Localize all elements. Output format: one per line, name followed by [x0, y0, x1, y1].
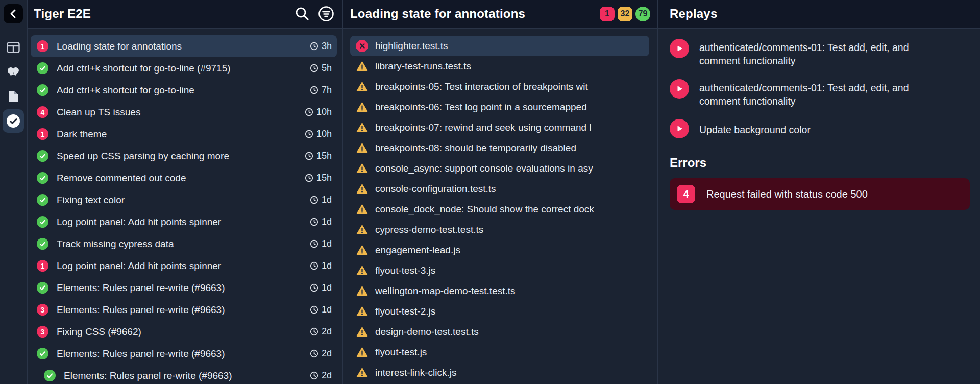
task-time-value: 1d [322, 217, 332, 227]
task-time: 1d [310, 260, 332, 271]
task-time-value: 2d [322, 370, 332, 381]
clock-icon [310, 86, 318, 94]
pass-check-icon [37, 62, 48, 74]
test-row[interactable]: flyout-test.js [350, 342, 649, 363]
test-row[interactable]: wellington-map-demo-test.test.ts [350, 281, 649, 301]
play-icon [670, 39, 689, 58]
task-time-value: 2d [322, 326, 332, 337]
task-time: 3h [310, 41, 332, 52]
replay-item[interactable]: authenticated/comments-01: Test add, edi… [670, 79, 970, 108]
test-label: interest-link-click.js [375, 367, 644, 378]
task-row[interactable]: Elements: Rules panel re-write (#9663) 2… [31, 365, 337, 384]
test-row[interactable]: design-demo-test.test.ts [350, 322, 649, 342]
task-row[interactable]: 4 Clean up TS issues 10h [31, 101, 337, 123]
replays-body: authenticated/comments-01: Test add, edi… [658, 29, 980, 384]
rail-item-tests[interactable] [3, 109, 24, 133]
test-row[interactable]: interest-link-click.js [350, 363, 649, 383]
test-row[interactable]: flyout-test-3.js [350, 260, 649, 281]
clock-icon [305, 108, 313, 116]
task-time-value: 2d [322, 348, 332, 359]
check-circle-icon [6, 113, 21, 129]
task-time: 1d [310, 304, 332, 315]
task-row[interactable]: Elements: Rules panel re-write (#9663) 2… [31, 343, 337, 365]
task-time-value: 3h [322, 41, 332, 52]
error-count-badge: 1 [37, 260, 48, 272]
task-label: Remove commented out code [57, 173, 299, 184]
task-label: Track missing cypress data [57, 238, 304, 250]
warning-triangle-icon [356, 306, 368, 318]
test-label: console-configuration.test.ts [375, 183, 644, 195]
task-label: Fixing CSS (#9662) [57, 326, 304, 338]
error-count-badge: 1 [37, 128, 48, 140]
task-row[interactable]: 1 Loading state for annotations 3h [31, 35, 337, 57]
test-row[interactable]: breakpoints-06: Test log point in a sour… [350, 97, 649, 117]
task-list: 1 Loading state for annotations 3h Add c… [28, 29, 342, 384]
task-label: Clean up TS issues [57, 107, 299, 118]
task-row[interactable]: Remove commented out code 15h [31, 167, 337, 189]
task-row[interactable]: Speed up CSS parsing by caching more 15h [31, 145, 337, 167]
test-row[interactable]: engagement-lead.js [350, 240, 649, 260]
task-time: 2d [310, 348, 332, 359]
task-time: 1d [310, 195, 332, 205]
task-row[interactable]: Add ctrl+k shortcut for go-to-line (#971… [31, 57, 337, 79]
pass-check-icon [37, 84, 48, 96]
task-label: Add ctrl+k shortcut for go-to-line [57, 85, 304, 96]
warning-triangle-icon [356, 183, 368, 195]
clock-icon [310, 371, 318, 380]
play-icon [670, 119, 689, 138]
task-label: Add ctrl+k shortcut for go-to-line (#971… [57, 63, 304, 74]
replay-item[interactable]: authenticated/comments-01: Test add, edi… [670, 39, 970, 68]
test-row[interactable]: console_dock_node: Should show the corre… [350, 199, 649, 220]
pass-check-icon [37, 194, 48, 206]
test-label: breakpoints-06: Test log point in a sour… [375, 102, 644, 113]
replay-item[interactable]: Update background color [670, 119, 970, 138]
task-time: 2d [310, 370, 332, 381]
rail-item-layout[interactable] [3, 36, 24, 59]
task-row[interactable]: Fixing text color 1d [31, 189, 337, 211]
task-time: 15h [305, 151, 332, 161]
error-banner[interactable]: 4 Request failed with status code 500 [670, 178, 970, 210]
clock-icon [305, 152, 313, 160]
task-row[interactable]: 3 Fixing CSS (#9662) 2d [31, 321, 337, 343]
test-row[interactable]: library-test-runs.test.ts [350, 56, 649, 77]
task-row[interactable]: Log point panel: Add hit points spinner … [31, 211, 337, 233]
test-row[interactable]: breakpoints-05: Test interaction of brea… [350, 77, 649, 97]
test-row[interactable]: highlighter.test.ts [350, 36, 649, 56]
task-label: Loading state for annotations [57, 41, 304, 52]
rail-item-docs[interactable] [3, 85, 24, 108]
test-row[interactable]: cypress-demo-test.test.ts [350, 220, 649, 240]
warning-triangle-icon [356, 285, 368, 297]
test-row[interactable]: breakpoints-08: should be temporarily di… [350, 138, 649, 158]
error-message: Request failed with status code 500 [706, 188, 868, 200]
test-row[interactable]: flyout-test-2.js [350, 301, 649, 322]
warning-triangle-icon [356, 367, 368, 379]
warning-triangle-icon [356, 61, 368, 73]
task-time-value: 5h [322, 63, 332, 74]
task-row[interactable]: 3 Elements: Rules panel re-write (#9663)… [31, 299, 337, 321]
search-button[interactable] [294, 6, 310, 22]
task-time-value: 1d [322, 282, 332, 293]
task-row[interactable]: Add ctrl+k shortcut for go-to-line 7h [31, 79, 337, 101]
tasks-panel: Tiger E2E [28, 0, 343, 384]
filter-button[interactable] [317, 5, 335, 22]
pass-check-icon [37, 282, 48, 294]
test-row[interactable]: console-configuration.test.ts [350, 179, 649, 199]
task-row[interactable]: Elements: Rules panel re-write (#9663) 1… [31, 277, 337, 299]
collapse-sidebar-button[interactable] [4, 4, 23, 23]
task-row[interactable]: 1 Dark theme 10h [31, 123, 337, 145]
test-label: design-demo-test.test.ts [375, 326, 644, 338]
warning-triangle-icon [356, 122, 368, 134]
task-time: 2d [310, 326, 332, 337]
task-row[interactable]: 1 Log point panel: Add hit points spinne… [31, 255, 337, 277]
warning-triangle-icon [356, 224, 368, 236]
test-row[interactable]: breakpoints-07: rewind and seek using co… [350, 117, 649, 138]
error-count-badge: 3 [37, 304, 48, 316]
test-row[interactable]: console_async: support console evaluatio… [350, 158, 649, 179]
rail-item-suggestions[interactable] [3, 60, 24, 84]
task-time: 1d [310, 282, 332, 293]
error-count-badge: 4 [37, 106, 48, 118]
task-row[interactable]: Track missing cypress data 1d [31, 233, 337, 255]
test-label: breakpoints-07: rewind and seek using co… [375, 122, 644, 133]
error-count-badge: 1 [37, 40, 48, 52]
task-time-value: 10h [316, 129, 332, 139]
